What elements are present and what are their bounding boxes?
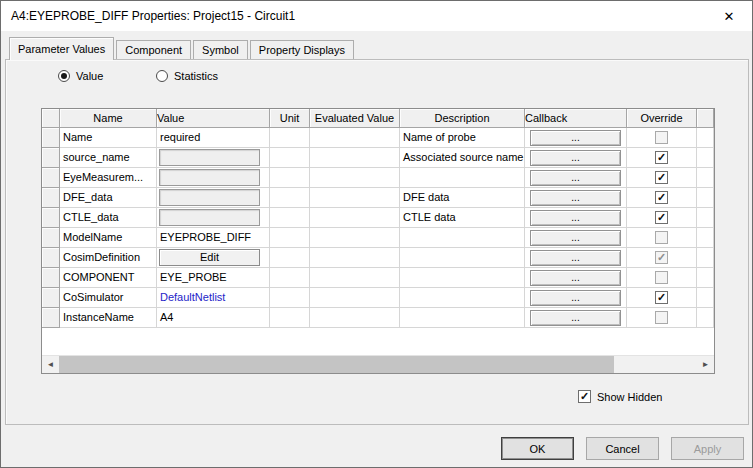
close-button[interactable]: ✕	[706, 1, 752, 31]
row-selector[interactable]	[42, 128, 60, 148]
row-selector[interactable]	[42, 208, 60, 228]
tab-symbol[interactable]: Symbol	[193, 40, 248, 59]
header-name: Name	[60, 109, 157, 128]
callback-button[interactable]: ...	[530, 250, 621, 266]
row-selector[interactable]	[42, 228, 60, 248]
override-checkbox[interactable]: ✓	[655, 191, 668, 204]
scroll-thumb[interactable]	[59, 356, 614, 373]
override-checkbox[interactable]: ✓	[655, 211, 668, 224]
row-selector[interactable]	[42, 288, 60, 308]
override-checkbox[interactable]	[655, 311, 668, 324]
override-checkbox[interactable]	[655, 271, 668, 284]
table-row: EyeMeasurem... ... ✓	[42, 168, 714, 188]
param-value-text[interactable]: EYE_PROBE	[159, 268, 227, 287]
statistics-radio[interactable]	[156, 70, 168, 82]
filler-cell	[697, 268, 714, 288]
tab-parameter-values[interactable]: Parameter Values	[9, 37, 114, 60]
value-radio-item[interactable]: Value	[58, 70, 103, 82]
param-callback-cell: ...	[525, 228, 627, 248]
override-checkbox[interactable]	[655, 131, 668, 144]
param-callback-cell: ...	[525, 168, 627, 188]
row-selector[interactable]	[42, 268, 60, 288]
override-checkbox[interactable]: ✓	[655, 251, 668, 264]
show-hidden-checkbox[interactable]: ✓	[578, 390, 591, 403]
param-value-input[interactable]	[159, 189, 260, 206]
param-description-cell: CTLE data	[400, 208, 525, 228]
scroll-track[interactable]	[59, 356, 697, 373]
param-name-cell[interactable]: COMPONENT	[60, 268, 157, 288]
tab-strip: Parameter Values Component Symbol Proper…	[9, 37, 356, 60]
close-icon: ✕	[724, 9, 735, 24]
param-name-cell[interactable]: CTLE_data	[60, 208, 157, 228]
override-checkbox[interactable]: ✓	[655, 151, 668, 164]
row-selector[interactable]	[42, 148, 60, 168]
show-hidden-control[interactable]: ✓ Show Hidden	[578, 390, 662, 403]
param-name-cell[interactable]: CosimDefinition	[60, 248, 157, 268]
callback-button[interactable]: ...	[530, 310, 621, 326]
callback-button[interactable]: ...	[530, 170, 621, 186]
value-radio[interactable]	[58, 70, 70, 82]
param-description-cell	[400, 288, 525, 308]
table-row: COMPONENT EYE_PROBE ...	[42, 268, 714, 288]
param-evaluated-cell	[310, 188, 400, 208]
callback-button[interactable]: ...	[530, 210, 621, 226]
param-description-cell	[400, 228, 525, 248]
param-override-cell: ✓	[627, 188, 697, 208]
param-value-cell[interactable]: A4	[157, 308, 270, 328]
callback-button[interactable]: ...	[530, 270, 621, 286]
row-selector[interactable]	[42, 168, 60, 188]
filler-cell	[697, 248, 714, 268]
param-unit-cell	[270, 268, 310, 288]
param-value-text[interactable]: EYEPROBE_DIFF	[159, 228, 251, 247]
param-override-cell: ✓	[627, 148, 697, 168]
param-evaluated-cell	[310, 128, 400, 148]
param-value-cell[interactable]: EYEPROBE_DIFF	[157, 228, 270, 248]
param-name-cell[interactable]: CoSimulator	[60, 288, 157, 308]
row-selector[interactable]	[42, 308, 60, 328]
edit-button[interactable]: Edit	[159, 249, 260, 266]
scroll-left-icon[interactable]: ◄	[42, 356, 59, 373]
param-value-input[interactable]	[159, 209, 260, 226]
properties-dialog: { "window": { "title": "A4:EYEPROBE_DIFF…	[0, 0, 753, 468]
callback-button[interactable]: ...	[530, 190, 621, 206]
callback-button[interactable]: ...	[530, 230, 621, 246]
param-value-text[interactable]: A4	[159, 308, 173, 327]
param-callback-cell: ...	[525, 288, 627, 308]
scroll-right-icon[interactable]: ►	[697, 356, 714, 373]
override-checkbox[interactable]	[655, 231, 668, 244]
cancel-button[interactable]: Cancel	[586, 437, 659, 460]
filler-cell	[697, 148, 714, 168]
filler-cell	[697, 228, 714, 248]
value-radio-label: Value	[76, 70, 103, 82]
param-value-cell[interactable]: required	[157, 128, 270, 148]
header-override: Override	[627, 109, 697, 128]
param-value-link[interactable]: DefaultNetlist	[159, 288, 225, 307]
param-name-cell[interactable]: DFE_data	[60, 188, 157, 208]
param-value-text[interactable]: required	[159, 128, 200, 147]
param-name-cell[interactable]: InstanceName	[60, 308, 157, 328]
row-selector[interactable]	[42, 248, 60, 268]
corner-cell	[42, 109, 60, 128]
param-name-cell[interactable]: EyeMeasurem...	[60, 168, 157, 188]
param-evaluated-cell	[310, 308, 400, 328]
apply-button[interactable]: Apply	[671, 437, 744, 460]
callback-button[interactable]: ...	[530, 150, 621, 166]
param-name-cell[interactable]: ModelName	[60, 228, 157, 248]
param-value-cell[interactable]: DefaultNetlist	[157, 288, 270, 308]
param-name-cell[interactable]: source_name	[60, 148, 157, 168]
horizontal-scrollbar[interactable]: ◄ ►	[42, 355, 714, 373]
ok-button[interactable]: OK	[501, 437, 574, 460]
tab-component[interactable]: Component	[116, 40, 191, 59]
tab-property-displays[interactable]: Property Displays	[250, 40, 354, 59]
callback-button[interactable]: ...	[530, 290, 621, 306]
callback-button[interactable]: ...	[530, 130, 621, 146]
param-evaluated-cell	[310, 228, 400, 248]
param-name-cell[interactable]: Name	[60, 128, 157, 148]
row-selector[interactable]	[42, 188, 60, 208]
param-value-cell[interactable]: EYE_PROBE	[157, 268, 270, 288]
statistics-radio-item[interactable]: Statistics	[156, 70, 218, 82]
param-value-input[interactable]	[159, 149, 260, 166]
param-value-input[interactable]	[159, 169, 260, 186]
override-checkbox[interactable]: ✓	[655, 291, 668, 304]
override-checkbox[interactable]: ✓	[655, 171, 668, 184]
